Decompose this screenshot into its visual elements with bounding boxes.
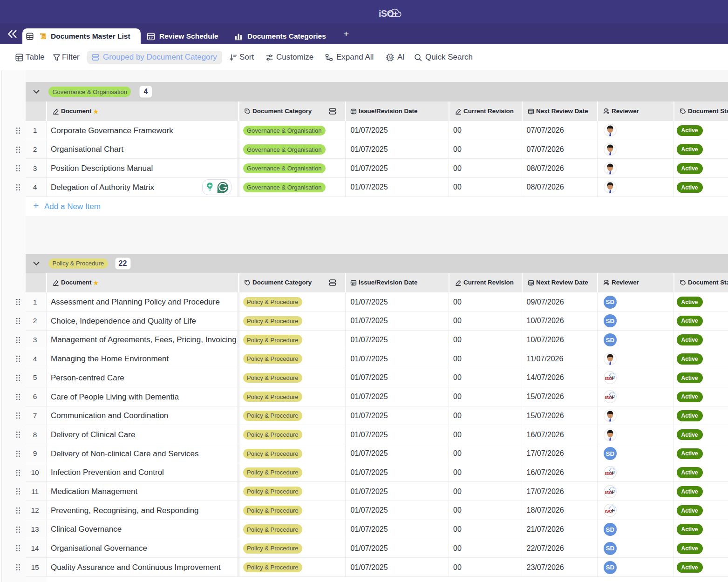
- svg-text:AI: AI: [388, 56, 392, 59]
